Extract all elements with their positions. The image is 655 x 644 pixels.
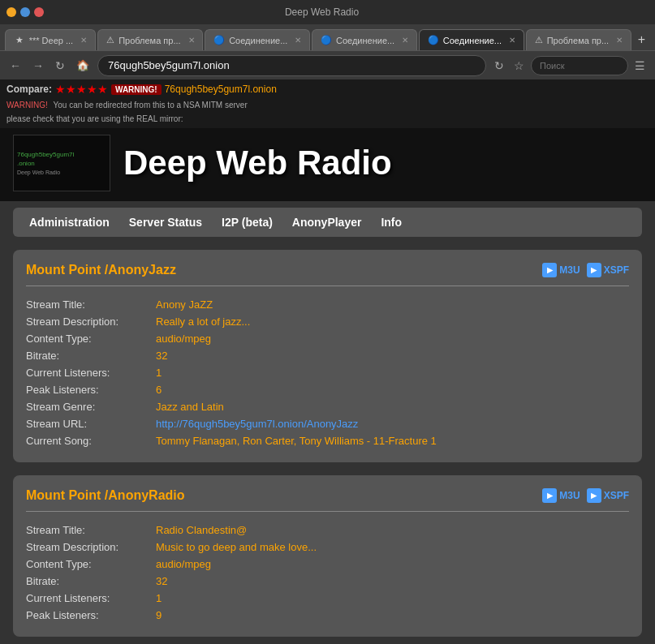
field-label: Content Type: [26, 330, 156, 347]
field-label: Current Listeners: [26, 364, 156, 381]
compare-url: 76qugh5bey5gum7l.onion [165, 84, 277, 95]
tab-5[interactable]: ⚠ Проблема пр... ✕ [526, 29, 631, 50]
maximize-button[interactable] [20, 7, 30, 17]
field-value: 6 [156, 381, 629, 398]
nav-administration[interactable]: Administration [29, 216, 110, 229]
mount-m3u-1[interactable]: ▶ M3U [542, 488, 580, 503]
field-label: Bitrate: [26, 347, 156, 364]
tab-1[interactable]: ⚠ Проблема пр... ✕ [97, 29, 203, 50]
tab-favicon-1: ⚠ [106, 35, 114, 46]
reload-button[interactable]: ↻ [52, 56, 68, 75]
field-value: 1 [156, 364, 629, 381]
mount-links-1: ▶ M3U ▶ XSPF [542, 488, 629, 503]
site-logo: 76qugh5bey5gum7l.onion Deep Web Radio [13, 135, 110, 191]
field-stream-title: Stream Title: Anony JaZZ [26, 296, 629, 313]
url-bar[interactable] [97, 55, 486, 76]
field-value: Music to go deep and make love... [156, 539, 629, 556]
field-url-value[interactable]: http://76qugh5bey5gum7l.onion/AnonyJazz [156, 415, 629, 432]
nav-anonyplayer[interactable]: AnonyPlayer [292, 216, 362, 229]
mount-xspf-1[interactable]: ▶ XSPF [587, 488, 629, 503]
tab-close-4[interactable]: ✕ [509, 36, 515, 45]
xspf-label-1: XSPF [604, 490, 629, 501]
mount-header-0: Mount Point /AnonyJazz ▶ M3U ▶ XSPF [26, 263, 629, 286]
field-value: Jazz and Latin [156, 398, 629, 415]
nav-server-status[interactable]: Server Status [129, 216, 202, 229]
home-button[interactable]: 🏠 [73, 56, 93, 75]
tab-favicon-4: 🔵 [428, 35, 439, 46]
tab-label-0: *** Deep ... [29, 36, 73, 45]
field-label: Stream URL: [26, 415, 156, 432]
site-title: Deep Web Radio [123, 144, 392, 182]
forward-button[interactable]: → [29, 56, 47, 75]
xspf-play-icon-1: ▶ [587, 488, 601, 503]
tab-0[interactable]: ★ *** Deep ... ✕ [5, 29, 96, 50]
tab-4[interactable]: 🔵 Соединение... ✕ [419, 29, 524, 50]
tab-2[interactable]: 🔵 Соединение... ✕ [205, 29, 310, 50]
tab-close-3[interactable]: ✕ [402, 36, 408, 45]
compare-label: Compare: [6, 84, 52, 95]
field-stream-url: Stream URL: http://76qugh5bey5gum7l.onio… [26, 415, 629, 432]
menu-button[interactable]: ☰ [631, 56, 649, 75]
tab-label-4: Соединение... [443, 36, 502, 45]
minimize-button[interactable] [6, 7, 16, 17]
site-title-area: Deep Web Radio [123, 144, 392, 182]
tab-label-1: Проблема пр... [119, 36, 180, 45]
nav-info[interactable]: Info [381, 216, 402, 229]
m3u-label-1: M3U [559, 490, 580, 501]
field-label: Content Type: [26, 556, 156, 573]
mount-links-0: ▶ M3U ▶ XSPF [542, 263, 629, 277]
mount-title-0: Mount Point /AnonyJazz [26, 263, 176, 277]
field-label: Peak Listeners: [26, 381, 156, 398]
tab-favicon-5: ⚠ [535, 35, 543, 46]
tab-close-2[interactable]: ✕ [295, 36, 301, 45]
field-current-song: Current Song: Tommy Flanagan, Ron Carter… [26, 432, 629, 449]
mount-m3u-0[interactable]: ▶ M3U [542, 263, 580, 277]
close-button[interactable] [34, 7, 44, 17]
field-value: 1 [156, 590, 629, 607]
field-peak-listeners-1: Peak Listeners: 9 [26, 607, 629, 624]
field-value: Anony JaZZ [156, 296, 629, 313]
field-current-listeners-1: Current Listeners: 1 [26, 590, 629, 607]
field-stream-genre: Stream Genre: Jazz and Latin [26, 398, 629, 415]
tab-favicon-2: 🔵 [213, 35, 225, 46]
mount-card-0: Mount Point /AnonyJazz ▶ M3U ▶ XSPF Stre… [13, 250, 642, 462]
bookmark-icon[interactable]: ☆ [511, 56, 528, 75]
nav-i2p[interactable]: I2P (beta) [222, 216, 273, 229]
tab-close-0[interactable]: ✕ [80, 36, 87, 45]
stream-url-link-0[interactable]: http://76qugh5bey5gum7l.onion/AnonyJazz [156, 418, 358, 430]
tab-favicon-0: ★ [14, 35, 25, 46]
logo-subtext: Deep Web Radio [17, 169, 106, 176]
field-content-type: Content Type: audio/mpeg [26, 330, 629, 347]
tabs-bar: ★ *** Deep ... ✕ ⚠ Проблема пр... ✕ 🔵 Со… [0, 24, 655, 50]
m3u-play-icon-1: ▶ [542, 488, 557, 503]
field-bitrate: Bitrate: 32 [26, 347, 629, 364]
field-label: Current Listeners: [26, 590, 156, 607]
compare-warning-detail: You can be redirected from this to a NSA… [54, 101, 248, 109]
compare-stars: ★★★★★ [55, 83, 108, 96]
field-stream-title-1: Stream Title: Radio Clandestin@ [26, 522, 629, 539]
field-value: audio/mpeg [156, 556, 629, 573]
tab-close-5[interactable]: ✕ [616, 36, 623, 45]
back-button[interactable]: ← [6, 56, 24, 75]
field-value: 9 [156, 607, 629, 624]
mount-header-1: Mount Point /AnonyRadio ▶ M3U ▶ XSPF [26, 488, 629, 512]
tab-label-3: Соединение... [336, 36, 394, 45]
stream-info-1: Stream Title: Radio Clandestin@ Stream D… [26, 522, 629, 624]
tab-3[interactable]: 🔵 Соединение... ✕ [312, 29, 417, 50]
header-banner: 76qugh5bey5gum7l.onion Deep Web Radio De… [0, 128, 655, 201]
field-label: Stream Description: [26, 313, 156, 330]
field-stream-desc-1: Stream Description: Music to go deep and… [26, 539, 629, 556]
compare-warning: WARNING! [111, 84, 162, 95]
nav-menu: Administration Server Status I2P (beta) … [13, 208, 642, 237]
m3u-play-icon-0: ▶ [542, 263, 557, 277]
refresh-icon[interactable]: ↻ [491, 56, 507, 75]
search-input[interactable] [531, 56, 628, 75]
field-value: 32 [156, 573, 629, 590]
mount-xspf-0[interactable]: ▶ XSPF [587, 263, 629, 277]
title-bar: Deep Web Radio [0, 0, 655, 24]
field-bitrate-1: Bitrate: 32 [26, 573, 629, 590]
new-tab-button[interactable]: + [633, 29, 650, 50]
tab-close-1[interactable]: ✕ [188, 36, 195, 45]
tab-label-5: Проблема пр... [547, 36, 609, 45]
tab-label-2: Соединение... [229, 36, 287, 45]
